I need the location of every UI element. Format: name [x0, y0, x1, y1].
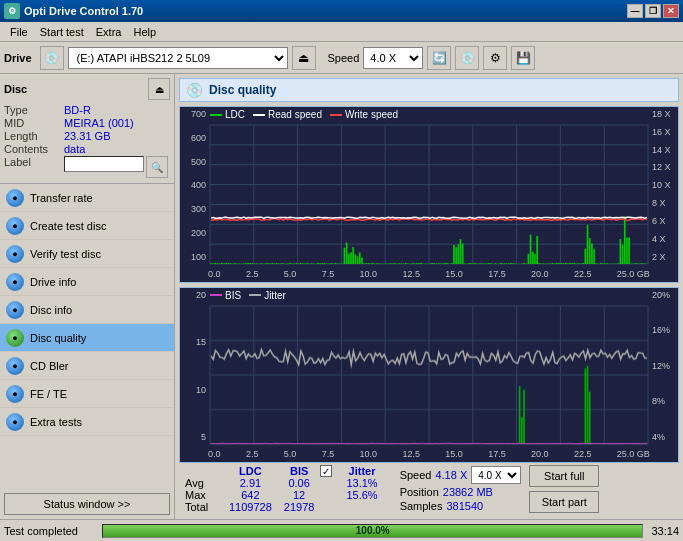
menu-help[interactable]: Help [127, 24, 162, 40]
stats-total-label: Total [183, 501, 223, 513]
chart2-legend: BIS Jitter [210, 290, 286, 301]
stats-max-empty [320, 489, 340, 501]
eject-button[interactable]: ⏏ [292, 46, 316, 70]
chart1-wrapper: LDC Read speed Write speed 700 600 500 [179, 106, 679, 283]
stats-max-ldc: 642 [223, 489, 278, 501]
disc-length-value: 23.31 GB [64, 130, 170, 142]
disc-type-value: BD-R [64, 104, 170, 116]
nav-item-transfer-rate[interactable]: ●Transfer rate [0, 184, 174, 212]
jitter-checkbox[interactable]: ✓ [320, 465, 332, 477]
title-bar: ⚙ Opti Drive Control 1.70 — ❐ ✕ [0, 0, 683, 22]
chart2-x-labels: 0.0 2.5 5.0 7.5 10.0 12.5 15.0 17.5 20.0… [208, 446, 650, 462]
nav-label-extra-tests: Extra tests [30, 416, 82, 428]
position-row: Position 23862 MB [400, 486, 522, 498]
legend-read-color [253, 114, 265, 116]
disc-type-row: Type BD-R [4, 104, 170, 116]
disc-label-icon-btn[interactable]: 🔍 [146, 156, 168, 178]
chart2-canvas [180, 288, 678, 463]
disc-mid-row: MID MEIRA1 (001) [4, 117, 170, 129]
panel-title-text: Disc quality [209, 83, 276, 97]
app-icon: ⚙ [4, 3, 20, 19]
window-controls: — ❐ ✕ [627, 4, 679, 18]
disc-section: Disc ⏏ Type BD-R MID MEIRA1 (001) Length… [0, 74, 174, 184]
start-part-button[interactable]: Start part [529, 491, 599, 513]
nav-icon-drive-info: ● [6, 273, 24, 291]
menu-extra[interactable]: Extra [90, 24, 128, 40]
right-panel: 💿 Disc quality LDC Read speed [175, 74, 683, 519]
legend-bis-label: BIS [225, 290, 241, 301]
legend-ldc-color [210, 114, 222, 116]
nav-item-verify-test-disc[interactable]: ●Verify test disc [0, 240, 174, 268]
menu-file[interactable]: File [4, 24, 34, 40]
legend-jitter-color [249, 294, 261, 296]
status-window-button[interactable]: Status window >> [4, 493, 170, 515]
legend-write-speed: Write speed [330, 109, 398, 120]
stats-bar: LDC BIS ✓ Jitter Avg 2.91 0. [179, 463, 679, 515]
legend-ldc: LDC [210, 109, 245, 120]
restore-button[interactable]: ❐ [645, 4, 661, 18]
speed-select[interactable]: 4.0 X [363, 47, 423, 69]
drive-icon-btn[interactable]: 💿 [40, 46, 64, 70]
left-panel: Disc ⏏ Type BD-R MID MEIRA1 (001) Length… [0, 74, 175, 519]
disc-length-label: Length [4, 130, 64, 142]
legend-write-color [330, 114, 342, 116]
menu-start-test[interactable]: Start test [34, 24, 90, 40]
stat-header-empty [183, 465, 223, 477]
panel-title: 💿 Disc quality [179, 78, 679, 102]
legend-write-label: Write speed [345, 109, 398, 120]
samples-value: 381540 [446, 500, 483, 512]
nav-item-create-test-disc[interactable]: ●Create test disc [0, 212, 174, 240]
stats-avg-bis: 0.06 [278, 477, 321, 489]
status-bar: Test completed 100.0% 33:14 [0, 519, 683, 541]
nav-item-disc-info[interactable]: ●Disc info [0, 296, 174, 324]
speed-label: Speed [400, 469, 432, 481]
disc-label-input[interactable] [64, 156, 144, 172]
drive-select[interactable]: (E:) ATAPI iHBS212 2 5L09 [68, 47, 288, 69]
settings-button[interactable]: ⚙ [483, 46, 507, 70]
disc-eject-button[interactable]: ⏏ [148, 78, 170, 100]
minimize-button[interactable]: — [627, 4, 643, 18]
stats-total-bis: 21978 [278, 501, 321, 513]
nav-item-extra-tests[interactable]: ●Extra tests [0, 408, 174, 436]
nav-item-cd-bler[interactable]: ●CD Bler [0, 352, 174, 380]
progress-container: 100.0% [102, 524, 643, 538]
nav-icon-extra-tests: ● [6, 413, 24, 431]
start-full-button[interactable]: Start full [529, 465, 599, 487]
chart2-y-labels-right: 20% 16% 12% 8% 4% [650, 288, 678, 445]
legend-bis-color [210, 294, 222, 296]
samples-row: Samples 381540 [400, 500, 522, 512]
disc-mid-label: MID [4, 117, 64, 129]
chart1-y-labels-right: 18 X 16 X 14 X 12 X 10 X 8 X 6 X 4 X 2 X [650, 107, 678, 264]
nav-icon-create-test-disc: ● [6, 217, 24, 235]
speed-dropdown[interactable]: 4.0 X [471, 466, 521, 484]
stats-total-empty [320, 501, 340, 513]
position-value: 23862 MB [443, 486, 493, 498]
disc-mid-value: MEIRA1 (001) [64, 117, 170, 129]
speed-row: Speed 4.18 X 4.0 X [400, 466, 522, 484]
stats-avg-ldc: 2.91 [223, 477, 278, 489]
legend-read-label: Read speed [268, 109, 322, 120]
nav-item-fe-te[interactable]: ●FE / TE [0, 380, 174, 408]
chart1-canvas [180, 107, 678, 282]
stats-avg-empty [320, 477, 340, 489]
disc-info-table: Type BD-R MID MEIRA1 (001) Length 23.31 … [4, 104, 170, 178]
panel-title-icon: 💿 [186, 82, 203, 98]
stats-total-jitter-empty [340, 501, 383, 513]
nav-items: ●Transfer rate●Create test disc●Verify t… [0, 184, 174, 489]
disc-header: Disc ⏏ [4, 78, 170, 100]
save-button[interactable]: 💾 [511, 46, 535, 70]
close-button[interactable]: ✕ [663, 4, 679, 18]
nav-item-drive-info[interactable]: ●Drive info [0, 268, 174, 296]
chart1-x-labels: 0.0 2.5 5.0 7.5 10.0 12.5 15.0 17.5 20.0… [208, 266, 650, 282]
nav-icon-transfer-rate: ● [6, 189, 24, 207]
nav-label-cd-bler: CD Bler [30, 360, 69, 372]
disc-button[interactable]: 💿 [455, 46, 479, 70]
nav-label-drive-info: Drive info [30, 276, 76, 288]
refresh-button[interactable]: 🔄 [427, 46, 451, 70]
chart2-y-labels-left: 20 15 10 5 [180, 288, 208, 445]
drive-label: Drive [4, 52, 32, 64]
nav-label-create-test-disc: Create test disc [30, 220, 106, 232]
nav-item-disc-quality[interactable]: ●Disc quality [0, 324, 174, 352]
stats-max-label: Max [183, 489, 223, 501]
stats-avg-label: Avg [183, 477, 223, 489]
